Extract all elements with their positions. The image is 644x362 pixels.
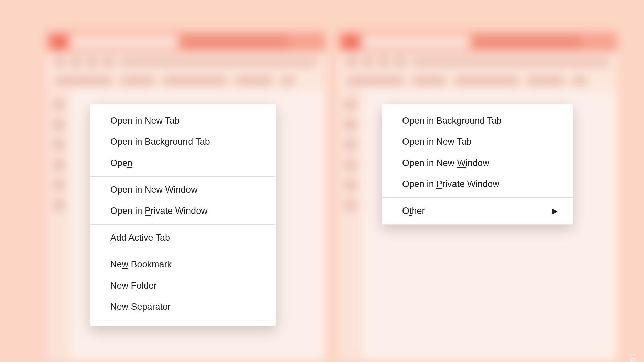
bookmark-item [573, 77, 586, 84]
url-field [119, 58, 317, 66]
watermark-text: VIVALDI [629, 352, 637, 362]
back-icon [55, 57, 65, 67]
menu-item-other-submenu[interactable]: Other ▶ [382, 200, 573, 222]
bookmark-item [235, 77, 272, 84]
vivaldi-button-icon [51, 35, 66, 49]
menu-item-open-new-tab[interactable]: Open in New Tab [382, 131, 573, 153]
forward-icon [363, 57, 373, 67]
bookmark-item [413, 77, 446, 84]
reload-icon [87, 57, 97, 67]
vivaldi-watermark: ▷ VIVALDI [629, 352, 637, 362]
bookmarks-bar [47, 72, 325, 89]
menu-item-open-private-window[interactable]: Open in Private Window [90, 200, 276, 222]
menu-item-new-folder[interactable]: New Folder [90, 275, 276, 296]
panel-notes-icon [54, 160, 64, 170]
panel-bookmarks-icon [345, 100, 356, 110]
back-icon [347, 57, 357, 67]
menu-item-open-new-window[interactable]: Open in New Window [90, 179, 276, 200]
bookmark-item [455, 77, 519, 84]
home-icon [395, 57, 405, 67]
panel-add-icon [54, 200, 64, 210]
url-field [411, 58, 609, 66]
bookmark-item [55, 77, 112, 84]
panel-history-icon [345, 140, 356, 150]
bookmark-item [347, 77, 404, 84]
side-panel [339, 89, 362, 360]
panel-downloads-icon [54, 120, 64, 130]
panel-bookmarks-icon [54, 100, 64, 110]
tab-strip [47, 32, 325, 52]
menu-separator [90, 224, 276, 225]
tab [362, 35, 470, 49]
panel-downloads-icon [345, 120, 356, 130]
panel-notes-icon [345, 160, 356, 170]
menu-item-new-bookmark[interactable]: New Bookmark [90, 254, 276, 275]
bookmark-item [121, 77, 154, 84]
bookmark-item [281, 77, 294, 84]
tab-active [474, 35, 581, 49]
tab [70, 35, 178, 49]
panel-add-icon [345, 200, 356, 210]
submenu-arrow-icon: ▶ [552, 207, 558, 215]
menu-item-new-separator[interactable]: New Separator [90, 296, 276, 317]
menu-item-open-background-tab[interactable]: Open in Background Tab [90, 131, 276, 153]
address-bar [47, 52, 325, 72]
menu-separator [90, 320, 276, 320]
vivaldi-button-icon [343, 35, 358, 49]
bookmark-item [163, 77, 227, 84]
reload-icon [379, 57, 389, 67]
menu-item-open-new-window[interactable]: Open in New Window [382, 153, 573, 174]
bookmarks-bar [339, 72, 617, 89]
menu-item-open-private-window[interactable]: Open in Private Window [382, 174, 573, 195]
home-icon [103, 57, 113, 67]
panel-history-icon [54, 140, 64, 150]
menu-item-open-background-tab[interactable]: Open in Background Tab [382, 110, 573, 131]
panel-window-icon [54, 180, 64, 190]
tab-strip [339, 32, 617, 52]
context-menu-left: Open in New Tab Open in Background Tab O… [90, 104, 276, 326]
tab-active [182, 35, 289, 49]
context-menu-right: Open in Background Tab Open in New Tab O… [382, 104, 573, 225]
menu-separator [90, 176, 276, 177]
menu-item-open-new-tab[interactable]: Open in New Tab [90, 110, 276, 131]
menu-item-open[interactable]: Open [90, 153, 276, 174]
menu-separator [90, 251, 276, 251]
panel-window-icon [345, 180, 356, 190]
side-panel [47, 89, 70, 360]
menu-separator [382, 197, 573, 198]
menu-item-add-active-tab[interactable]: Add Active Tab [90, 227, 276, 248]
address-bar [339, 52, 617, 72]
forward-icon [71, 57, 81, 67]
bookmark-item [527, 77, 564, 84]
